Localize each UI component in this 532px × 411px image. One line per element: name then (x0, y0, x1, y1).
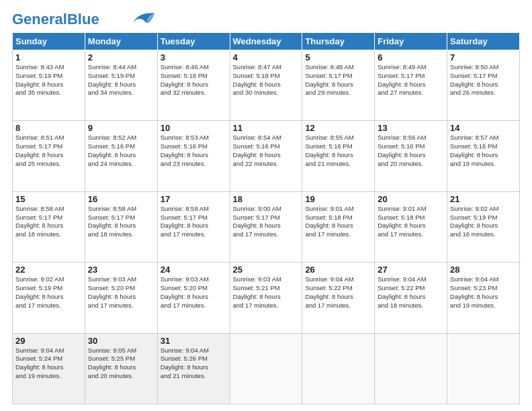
cell-details: Sunrise: 9:01 AMSunset: 5:18 PMDaylight:… (378, 205, 444, 239)
calendar-cell: 29Sunrise: 9:04 AMSunset: 5:24 PMDayligh… (13, 333, 85, 404)
calendar-cell: 25Sunrise: 9:03 AMSunset: 5:21 PMDayligh… (230, 263, 302, 333)
cell-details: Sunrise: 9:03 AMSunset: 5:20 PMDaylight:… (161, 275, 227, 310)
day-number: 21 (450, 194, 517, 204)
calendar-week-row: 29Sunrise: 9:04 AMSunset: 5:24 PMDayligh… (13, 333, 520, 404)
page: GeneralBlue SundayMondayTuesdayWednesday… (0, 0, 532, 411)
calendar-cell: 30Sunrise: 9:05 AMSunset: 5:25 PMDayligh… (85, 333, 157, 404)
calendar-cell (447, 333, 520, 404)
cell-details: Sunrise: 9:03 AMSunset: 5:21 PMDaylight:… (233, 275, 300, 310)
day-number: 19 (305, 194, 371, 204)
day-number: 23 (88, 265, 154, 275)
day-number: 1 (15, 52, 82, 62)
calendar-cell: 14Sunrise: 8:57 AMSunset: 5:16 PMDayligh… (447, 121, 520, 191)
cell-details: Sunrise: 8:55 AMSunset: 5:16 PMDaylight:… (305, 134, 371, 168)
cell-details: Sunrise: 8:47 AMSunset: 5:18 PMDaylight:… (233, 63, 300, 97)
cell-details: Sunrise: 8:57 AMSunset: 5:16 PMDaylight:… (450, 134, 517, 168)
day-number: 28 (450, 265, 517, 275)
weekday-header-tuesday: Tuesday (157, 33, 230, 50)
calendar-cell: 18Sunrise: 9:00 AMSunset: 5:17 PMDayligh… (230, 191, 302, 262)
calendar-cell: 16Sunrise: 8:58 AMSunset: 5:17 PMDayligh… (85, 191, 157, 262)
day-number: 24 (161, 265, 227, 275)
cell-details: Sunrise: 8:44 AMSunset: 5:19 PMDaylight:… (88, 63, 154, 97)
calendar-cell (375, 333, 447, 404)
header: GeneralBlue (12, 12, 520, 27)
cell-details: Sunrise: 9:02 AMSunset: 5:19 PMDaylight:… (15, 275, 82, 310)
cell-details: Sunrise: 9:04 AMSunset: 5:22 PMDaylight:… (378, 275, 444, 310)
day-number: 20 (378, 194, 444, 204)
cell-details: Sunrise: 9:02 AMSunset: 5:19 PMDaylight:… (450, 205, 517, 239)
calendar-header-row: SundayMondayTuesdayWednesdayThursdayFrid… (13, 33, 520, 50)
cell-details: Sunrise: 8:51 AMSunset: 5:17 PMDaylight:… (15, 134, 82, 168)
cell-details: Sunrise: 9:04 AMSunset: 5:24 PMDaylight:… (15, 347, 82, 381)
cell-details: Sunrise: 8:54 AMSunset: 5:16 PMDaylight:… (233, 134, 300, 168)
calendar-cell: 22Sunrise: 9:02 AMSunset: 5:19 PMDayligh… (13, 263, 85, 333)
calendar-cell: 24Sunrise: 9:03 AMSunset: 5:20 PMDayligh… (157, 263, 230, 333)
calendar-cell: 27Sunrise: 9:04 AMSunset: 5:22 PMDayligh… (375, 263, 447, 333)
day-number: 31 (161, 336, 227, 346)
day-number: 14 (450, 123, 517, 133)
calendar-cell: 7Sunrise: 8:50 AMSunset: 5:17 PMDaylight… (447, 50, 520, 121)
day-number: 22 (15, 265, 82, 275)
calendar-cell: 23Sunrise: 9:03 AMSunset: 5:20 PMDayligh… (85, 263, 157, 333)
cell-details: Sunrise: 8:43 AMSunset: 5:19 PMDaylight:… (15, 63, 82, 97)
calendar-cell: 8Sunrise: 8:51 AMSunset: 5:17 PMDaylight… (13, 121, 85, 191)
day-number: 4 (233, 52, 300, 62)
day-number: 11 (233, 123, 300, 133)
cell-details: Sunrise: 9:05 AMSunset: 5:25 PMDaylight:… (88, 347, 154, 381)
weekday-header-saturday: Saturday (447, 33, 520, 50)
calendar-cell (230, 333, 302, 404)
calendar-cell: 31Sunrise: 9:04 AMSunset: 5:26 PMDayligh… (157, 333, 230, 404)
calendar-cell: 20Sunrise: 9:01 AMSunset: 5:18 PMDayligh… (375, 191, 447, 262)
cell-details: Sunrise: 8:56 AMSunset: 5:16 PMDaylight:… (378, 134, 444, 168)
cell-details: Sunrise: 9:00 AMSunset: 5:17 PMDaylight:… (233, 205, 300, 239)
calendar-cell: 17Sunrise: 8:59 AMSunset: 5:17 PMDayligh… (157, 191, 230, 262)
cell-details: Sunrise: 8:49 AMSunset: 5:17 PMDaylight:… (378, 63, 444, 97)
day-number: 12 (305, 123, 371, 133)
calendar-cell: 26Sunrise: 9:04 AMSunset: 5:22 PMDayligh… (302, 263, 375, 333)
calendar-cell: 10Sunrise: 8:53 AMSunset: 5:16 PMDayligh… (157, 121, 230, 191)
day-number: 15 (15, 194, 82, 204)
cell-details: Sunrise: 8:53 AMSunset: 5:16 PMDaylight:… (161, 134, 227, 168)
day-number: 10 (161, 123, 227, 133)
cell-details: Sunrise: 8:50 AMSunset: 5:17 PMDaylight:… (450, 63, 517, 97)
calendar-cell: 5Sunrise: 8:48 AMSunset: 5:17 PMDaylight… (302, 50, 375, 121)
calendar-cell: 3Sunrise: 8:46 AMSunset: 5:18 PMDaylight… (157, 50, 230, 121)
day-number: 6 (378, 52, 444, 62)
calendar-cell: 11Sunrise: 8:54 AMSunset: 5:16 PMDayligh… (230, 121, 302, 191)
day-number: 2 (88, 52, 154, 62)
logo-blue: Blue (67, 11, 99, 28)
cell-details: Sunrise: 9:04 AMSunset: 5:26 PMDaylight:… (161, 347, 227, 381)
cell-details: Sunrise: 9:03 AMSunset: 5:20 PMDaylight:… (88, 275, 154, 310)
calendar-cell: 15Sunrise: 8:58 AMSunset: 5:17 PMDayligh… (13, 191, 85, 262)
calendar-cell: 19Sunrise: 9:01 AMSunset: 5:18 PMDayligh… (302, 191, 375, 262)
cell-details: Sunrise: 8:59 AMSunset: 5:17 PMDaylight:… (161, 205, 227, 239)
calendar-week-row: 15Sunrise: 8:58 AMSunset: 5:17 PMDayligh… (13, 191, 520, 262)
calendar-cell (302, 333, 375, 404)
day-number: 9 (88, 123, 154, 133)
logo-general: General (12, 11, 67, 28)
cell-details: Sunrise: 8:58 AMSunset: 5:17 PMDaylight:… (15, 205, 82, 239)
calendar-week-row: 1Sunrise: 8:43 AMSunset: 5:19 PMDaylight… (13, 50, 520, 121)
calendar-cell: 9Sunrise: 8:52 AMSunset: 5:16 PMDaylight… (85, 121, 157, 191)
day-number: 29 (15, 336, 82, 346)
calendar-cell: 21Sunrise: 9:02 AMSunset: 5:19 PMDayligh… (447, 191, 520, 262)
cell-details: Sunrise: 8:48 AMSunset: 5:17 PMDaylight:… (305, 63, 371, 97)
calendar-cell: 13Sunrise: 8:56 AMSunset: 5:16 PMDayligh… (375, 121, 447, 191)
calendar-body: 1Sunrise: 8:43 AMSunset: 5:19 PMDaylight… (13, 50, 520, 404)
weekday-header-wednesday: Wednesday (230, 33, 302, 50)
cell-details: Sunrise: 9:01 AMSunset: 5:18 PMDaylight:… (305, 205, 371, 239)
day-number: 25 (233, 265, 300, 275)
logo-bird-icon (132, 11, 156, 26)
calendar-week-row: 8Sunrise: 8:51 AMSunset: 5:17 PMDaylight… (13, 121, 520, 191)
day-number: 16 (88, 194, 154, 204)
calendar-cell: 12Sunrise: 8:55 AMSunset: 5:16 PMDayligh… (302, 121, 375, 191)
weekday-header-friday: Friday (375, 33, 447, 50)
weekday-header-thursday: Thursday (302, 33, 375, 50)
cell-details: Sunrise: 9:04 AMSunset: 5:23 PMDaylight:… (450, 275, 517, 310)
day-number: 30 (88, 336, 154, 346)
cell-details: Sunrise: 8:52 AMSunset: 5:16 PMDaylight:… (88, 134, 154, 168)
cell-details: Sunrise: 8:58 AMSunset: 5:17 PMDaylight:… (88, 205, 154, 239)
logo: GeneralBlue (12, 12, 156, 27)
cell-details: Sunrise: 8:46 AMSunset: 5:18 PMDaylight:… (161, 63, 227, 97)
day-number: 3 (161, 52, 227, 62)
